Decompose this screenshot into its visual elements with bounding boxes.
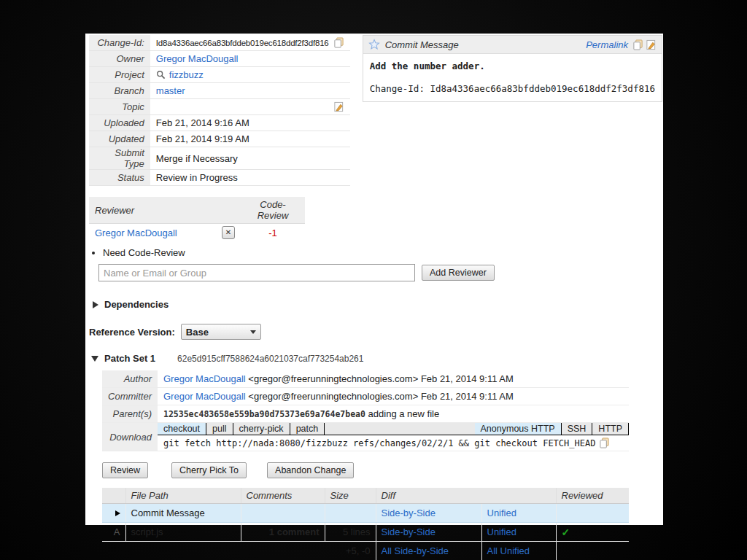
download-tab-patch[interactable]: patch bbox=[290, 423, 325, 435]
download-tab-pull[interactable]: pull bbox=[206, 423, 233, 435]
review-button[interactable]: Review bbox=[102, 462, 148, 478]
file-comments: 1 comment bbox=[241, 523, 325, 542]
file-row-commit-message[interactable]: Commit Message Side-by-Side Unified bbox=[102, 504, 629, 523]
change-id-row: Change-Id: Id8a4336aec66a83bfddeb019ec61… bbox=[89, 35, 350, 51]
file-list-table: File Path Comments Size Diff Reviewed Co… bbox=[102, 488, 629, 560]
side-by-side-link[interactable]: Side-by-Side bbox=[382, 526, 436, 537]
edit-icon[interactable] bbox=[646, 39, 657, 50]
total-size: +5, -0 bbox=[325, 542, 376, 560]
uploaded-row: Uploaded Feb 21, 2014 9:16 AM bbox=[89, 115, 350, 131]
updated-value: Feb 21, 2014 9:19 AM bbox=[150, 131, 350, 147]
file-row-script-js[interactable]: A script.js 1 comment 5 lines Side-by-Si… bbox=[102, 523, 629, 542]
patch-set-toggle[interactable]: Patch Set 1 62e5d915cff7588624a6021037ca… bbox=[91, 353, 663, 364]
reference-version-select[interactable]: Base bbox=[181, 324, 261, 340]
add-reviewer-button[interactable]: Add Reviewer bbox=[422, 265, 495, 281]
dropdown-arrow-icon bbox=[250, 330, 256, 334]
download-tab-bar: checkout pull cherry-pick patch Anonymou… bbox=[158, 423, 629, 435]
code-review-column-header: Code-Review bbox=[241, 197, 305, 224]
patch-set-title: Patch Set 1 bbox=[104, 353, 155, 364]
download-label: Download bbox=[102, 423, 158, 451]
reference-version-row: Reference Version: Base bbox=[89, 324, 663, 340]
top-section: Change-Id: Id8a4336aec66a83bfddeb019ec61… bbox=[85, 34, 663, 186]
committer-name-link[interactable]: Gregor MacDougall bbox=[163, 391, 246, 402]
abandon-change-button[interactable]: Abandon Change bbox=[267, 462, 354, 478]
diff-header: Diff bbox=[376, 488, 556, 504]
change-info-table: Change-Id: Id8a4336aec66a83bfddeb019ec61… bbox=[89, 35, 350, 186]
need-code-review-item: Need Code-Review bbox=[103, 247, 663, 258]
parents-row: Parent(s) 12535ec483658e559ba90d75373e69… bbox=[102, 405, 629, 423]
reference-version-label: Reference Version: bbox=[89, 327, 175, 338]
reviewer-table: Reviewer Code-Review Gregor MacDougall -… bbox=[89, 197, 305, 241]
row-expand-icon[interactable] bbox=[115, 510, 120, 516]
download-tab-cherry-pick[interactable]: cherry-pick bbox=[233, 423, 290, 435]
marker-column-header bbox=[102, 488, 125, 504]
permalink-link[interactable]: Permalink bbox=[586, 39, 628, 50]
unified-link[interactable]: Unified bbox=[487, 526, 516, 537]
file-path: Commit Message bbox=[125, 504, 241, 523]
project-link[interactable]: fizzbuzz bbox=[169, 69, 204, 80]
download-tab-checkout[interactable]: checkout bbox=[158, 423, 206, 435]
file-path-header: File Path bbox=[125, 488, 241, 504]
reviewer-row: Gregor MacDougall -1 bbox=[89, 224, 305, 242]
download-row: Download checkout pull cherry-pick patch… bbox=[102, 423, 629, 451]
unified-link[interactable]: Unified bbox=[487, 508, 516, 518]
reviewer-column-header: Reviewer bbox=[89, 197, 241, 224]
search-icon[interactable] bbox=[156, 70, 166, 79]
reviewer-name-link[interactable]: Gregor MacDougall bbox=[95, 228, 177, 238]
committer-date: Feb 21, 2014 9:11 AM bbox=[421, 391, 514, 402]
remove-reviewer-icon[interactable] bbox=[222, 226, 235, 239]
edit-icon[interactable] bbox=[333, 101, 344, 112]
scheme-tab-http[interactable]: HTTP bbox=[592, 423, 629, 435]
committer-email: <gregor@freerunningtechnologies.com> bbox=[248, 391, 418, 402]
scheme-tab-ssh[interactable]: SSH bbox=[562, 423, 593, 435]
comments-header: Comments bbox=[241, 488, 325, 504]
topic-label: Topic bbox=[89, 99, 150, 115]
status-value: Review in Progress bbox=[150, 170, 350, 186]
dependencies-label: Dependencies bbox=[104, 299, 169, 310]
parents-label: Parent(s) bbox=[102, 405, 158, 423]
copy-icon[interactable] bbox=[632, 39, 643, 50]
commit-message-title: Commit Message bbox=[385, 39, 587, 50]
reviewer-search-input[interactable] bbox=[98, 264, 415, 281]
side-by-side-link[interactable]: Side-by-Side bbox=[382, 508, 436, 518]
add-reviewer-row: Add Reviewer bbox=[98, 264, 663, 281]
author-date: Feb 21, 2014 9:11 AM bbox=[421, 373, 514, 384]
file-size: 5 lines bbox=[325, 523, 376, 542]
dependencies-toggle[interactable]: Dependencies bbox=[93, 299, 663, 310]
file-size bbox=[325, 504, 376, 523]
uploaded-label: Uploaded bbox=[89, 115, 150, 131]
author-row: Author Gregor MacDougall <gregor@freerun… bbox=[102, 370, 629, 388]
commit-message-body: Add the number adder. Change-Id: Id8a433… bbox=[363, 54, 662, 101]
updated-label: Updated bbox=[89, 131, 150, 147]
file-summary-row: +5, -0 All Side-by-Side All Unified bbox=[102, 542, 629, 560]
author-label: Author bbox=[102, 370, 158, 388]
submit-type-row: Submit Type Merge if Necessary bbox=[89, 147, 350, 170]
parent-subject: adding a new file bbox=[368, 408, 440, 419]
patch-set-detail-table: Author Gregor MacDougall <gregor@freerun… bbox=[102, 370, 629, 451]
change-id-value: Id8a4336aec66a83bfddeb019ec618ddf2f3df81… bbox=[156, 39, 333, 47]
owner-row: Owner Gregor MacDougall bbox=[89, 51, 350, 67]
cherry-pick-button[interactable]: Cherry Pick To bbox=[171, 462, 247, 478]
committer-label: Committer bbox=[102, 388, 158, 405]
project-label: Project bbox=[89, 67, 150, 83]
file-reviewed bbox=[556, 504, 629, 523]
file-list-header-row: File Path Comments Size Diff Reviewed bbox=[102, 488, 629, 504]
topic-row: Topic bbox=[89, 99, 350, 115]
reviewed-check-icon[interactable]: ✓ bbox=[556, 523, 629, 542]
all-side-by-side-link[interactable]: All Side-by-Side bbox=[382, 545, 449, 556]
file-comments bbox=[241, 504, 325, 523]
copy-icon[interactable] bbox=[599, 438, 610, 448]
download-command: git fetch http://nada:8080/fizzbuzz refs… bbox=[163, 438, 595, 448]
commit-message-box: Commit Message Permalink Add the number … bbox=[363, 35, 662, 102]
branch-link[interactable]: master bbox=[156, 85, 185, 96]
all-unified-link[interactable]: All Unified bbox=[487, 545, 530, 556]
updated-row: Updated Feb 21, 2014 9:19 AM bbox=[89, 131, 350, 147]
owner-link[interactable]: Gregor MacDougall bbox=[156, 53, 239, 64]
copy-icon[interactable] bbox=[333, 37, 344, 48]
submit-type-label: Submit Type bbox=[89, 147, 150, 170]
scheme-tab-anonymous-http[interactable]: Anonymous HTTP bbox=[475, 423, 562, 435]
status-row: Status Review in Progress bbox=[89, 170, 350, 186]
author-name-link[interactable]: Gregor MacDougall bbox=[163, 373, 246, 384]
reference-version-value: Base bbox=[186, 327, 209, 338]
star-icon[interactable] bbox=[368, 39, 380, 50]
